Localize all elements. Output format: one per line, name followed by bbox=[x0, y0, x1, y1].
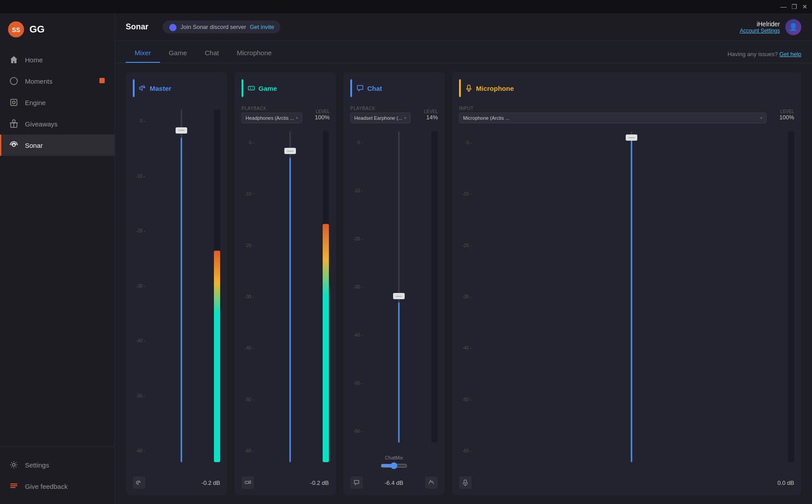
game-header: Game bbox=[234, 72, 336, 102]
game-mute-button[interactable] bbox=[242, 476, 254, 489]
microphone-channel: Microphone INPUT Microphone (Arctis ... … bbox=[452, 72, 801, 495]
chat-level-label: Level bbox=[416, 109, 438, 114]
master-mute-button[interactable] bbox=[133, 476, 145, 489]
mic-footer: 0.0 dB bbox=[452, 473, 801, 495]
mic-level-label: Level bbox=[772, 109, 794, 114]
master-db-value: -0.2 dB bbox=[201, 480, 220, 486]
chat-device-select[interactable]: Headset Earphone (... ▾ bbox=[350, 113, 410, 123]
get-help-link[interactable]: Get help bbox=[779, 51, 801, 57]
chatmix-area: ChatMix bbox=[343, 453, 445, 473]
chat-fader-container bbox=[370, 131, 438, 443]
app-logo: SS GG bbox=[0, 13, 115, 45]
chat-db-value: -6.4 dB bbox=[385, 480, 403, 486]
close-button[interactable]: ✕ bbox=[801, 3, 808, 10]
svg-rect-12 bbox=[248, 86, 254, 90]
moments-label: Moments bbox=[25, 77, 53, 85]
chat-title: Chat bbox=[357, 85, 382, 92]
game-body: PLAYBACK Headphones (Arctis ... ▾ Level … bbox=[234, 102, 336, 473]
tab-game[interactable]: Game bbox=[160, 44, 196, 63]
sidebar-item-moments[interactable]: Moments bbox=[0, 70, 115, 92]
game-level-label: Level bbox=[308, 109, 330, 114]
tab-mixer[interactable]: Mixer bbox=[126, 44, 160, 63]
chat-fader-handle[interactable] bbox=[393, 293, 405, 299]
account-settings-link[interactable]: Account Settings bbox=[740, 28, 780, 34]
mic-input-label: INPUT bbox=[459, 106, 767, 111]
mic-fader[interactable] bbox=[479, 131, 784, 462]
app-title: GG bbox=[29, 24, 45, 35]
game-indicator bbox=[242, 79, 243, 97]
help-text: Having any issues? Get help bbox=[727, 51, 801, 63]
sidebar-item-engine[interactable]: Engine bbox=[0, 92, 115, 113]
master-body: 0 - -10 - -20 - -30 - -40 - -50 - -60 - bbox=[126, 102, 227, 473]
master-title: Master bbox=[139, 85, 171, 92]
master-channel: Master 0 - -10 - -20 - -30 - -40 - -50 -… bbox=[126, 72, 227, 495]
sidebar-item-feedback[interactable]: Give feedback bbox=[0, 476, 115, 497]
master-fader-track[interactable] bbox=[152, 110, 210, 462]
home-icon bbox=[9, 55, 19, 65]
svg-point-5 bbox=[12, 101, 15, 104]
mic-fader-handle[interactable] bbox=[626, 134, 637, 141]
tab-microphone[interactable]: Microphone bbox=[228, 44, 280, 63]
mic-db-value: 0.0 dB bbox=[777, 480, 794, 486]
svg-point-7 bbox=[12, 144, 15, 146]
feedback-label: Give feedback bbox=[25, 483, 68, 490]
topbar: Sonar ⬤ Join Sonar discord server Get in… bbox=[115, 13, 812, 41]
master-fader-handle[interactable] bbox=[176, 127, 187, 134]
maximize-button[interactable]: ❐ bbox=[791, 3, 798, 10]
chat-icon-btn bbox=[428, 480, 435, 486]
chatmix-label: ChatMix bbox=[385, 455, 403, 460]
master-vu-scale: 0 - -10 - -20 - -30 - -40 - -50 - -60 - bbox=[133, 110, 145, 462]
mic-input-col: INPUT Microphone (Arctis ... ▾ bbox=[459, 106, 767, 123]
chat-vu-scale: 0 - -10 - -20 - -30 - -40 - -50 - -60 - bbox=[350, 131, 363, 443]
gift-icon bbox=[9, 119, 19, 129]
sidebar-item-settings[interactable]: Settings bbox=[0, 454, 115, 476]
master-footer: -0.2 dB bbox=[126, 473, 227, 495]
topbar-right: iHelrider Account Settings 👤 bbox=[740, 19, 801, 35]
sidebar: SS GG Home Moments Engine bbox=[0, 13, 115, 504]
sidebar-item-home[interactable]: Home bbox=[0, 49, 115, 70]
master-fader-fill bbox=[181, 138, 182, 462]
game-channel: Game PLAYBACK Headphones (Arctis ... ▾ L… bbox=[234, 72, 336, 495]
game-footer: -0.2 dB bbox=[234, 473, 336, 495]
game-fader-handle[interactable] bbox=[284, 148, 296, 154]
master-indicator bbox=[133, 79, 135, 97]
master-fader-area: 0 - -10 - -20 - -30 - -40 - -50 - -60 - bbox=[133, 106, 220, 466]
sidebar-item-sonar[interactable]: Sonar bbox=[0, 134, 115, 156]
chat-level-value: 14% bbox=[416, 114, 438, 121]
mic-indicator bbox=[459, 79, 461, 97]
game-device-select[interactable]: Headphones (Arctis ... ▾ bbox=[242, 113, 302, 123]
mic-device-text: Microphone (Arctis ... bbox=[463, 115, 509, 121]
moments-icon bbox=[9, 76, 19, 86]
mic-level-value: 100% bbox=[772, 114, 794, 121]
chat-device-text: Headset Earphone (... bbox=[354, 115, 402, 121]
minimize-button[interactable]: — bbox=[780, 3, 787, 10]
tabs: Mixer Game Chat Microphone bbox=[126, 44, 281, 63]
svg-rect-14 bbox=[468, 85, 470, 89]
tab-chat[interactable]: Chat bbox=[196, 44, 228, 63]
master-header: Master bbox=[126, 72, 227, 102]
username: iHelrider bbox=[740, 20, 780, 28]
game-fader[interactable] bbox=[261, 131, 319, 462]
chatmix-slider[interactable] bbox=[381, 462, 407, 469]
mic-mute-button[interactable] bbox=[459, 476, 472, 489]
game-vu-bar bbox=[323, 131, 329, 462]
mic-fader-area: 0 - -10 - -20 - -30 - -40 - -50 - -60 - bbox=[459, 128, 794, 466]
topbar-left: Sonar ⬤ Join Sonar discord server Get in… bbox=[126, 20, 280, 33]
game-vu-scale: 0 - -10 - -20 - -30 - -40 - -50 - -60 - bbox=[242, 131, 254, 462]
chat-footer-icon-button[interactable] bbox=[425, 476, 438, 489]
discord-invite-link[interactable]: Get invite bbox=[250, 24, 274, 30]
mic-header: Microphone bbox=[452, 72, 801, 102]
chat-mute-button[interactable] bbox=[350, 476, 363, 489]
master-fader-container bbox=[152, 110, 220, 462]
discord-icon: ⬤ bbox=[169, 23, 177, 31]
chat-fader[interactable] bbox=[370, 131, 428, 443]
game-icon bbox=[248, 85, 255, 92]
master-fader[interactable] bbox=[152, 110, 210, 462]
mic-device-select[interactable]: Microphone (Arctis ... ▾ bbox=[459, 113, 767, 123]
settings-label: Settings bbox=[25, 461, 49, 469]
mic-mute-icon bbox=[462, 480, 468, 486]
main-content: Sonar ⬤ Join Sonar discord server Get in… bbox=[115, 13, 812, 504]
sidebar-item-giveaways[interactable]: Giveaways bbox=[0, 113, 115, 134]
mic-body: INPUT Microphone (Arctis ... ▾ Level 100… bbox=[452, 102, 801, 473]
sidebar-nav: Home Moments Engine Giveaways bbox=[0, 45, 115, 447]
